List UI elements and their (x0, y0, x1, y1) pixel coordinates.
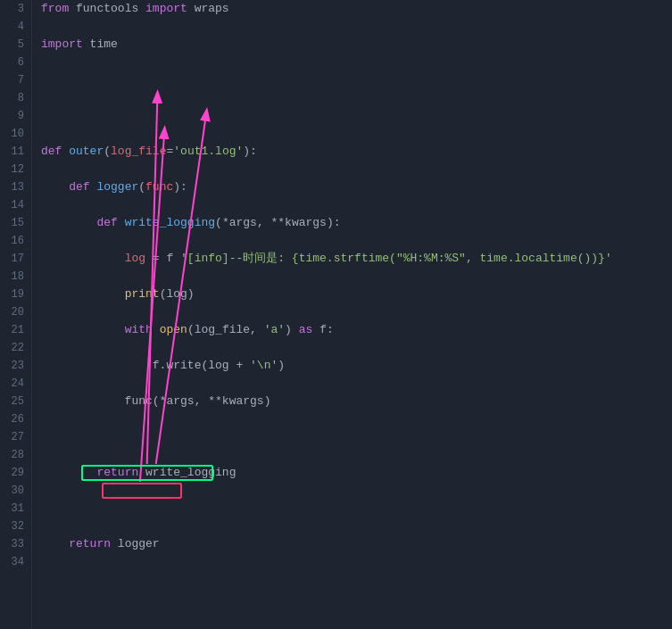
code-line: log = f '[info]--时间是: {time.strftime("%H… (41, 250, 672, 268)
code-token (41, 180, 69, 194)
code-token: as (299, 323, 313, 336)
line-number: 33 (7, 535, 24, 553)
code-token: = (145, 252, 166, 265)
code-token: func(*args, **kwargs) (41, 394, 270, 408)
code-line (41, 571, 672, 589)
line-number: 18 (7, 268, 24, 286)
code-line: def write_logging(*args, **kwargs): (41, 214, 672, 232)
code-line: def logger(func): (41, 178, 672, 196)
code-line (41, 107, 672, 125)
code-token: ( (215, 216, 222, 229)
code-token: time (83, 37, 118, 51)
code-token: logger (96, 180, 138, 194)
line-number: 16 (7, 232, 24, 250)
code-token: ( (104, 145, 111, 158)
code-line: from functools import wraps (41, 0, 672, 18)
code-line: func(*args, **kwargs) (41, 393, 672, 410)
code-token (153, 323, 160, 336)
code-token: log_file (111, 145, 166, 158)
code-token (41, 466, 96, 479)
line-number: 22 (7, 339, 24, 357)
code-line: return write_logging (41, 464, 672, 482)
code-token: (log) (160, 287, 195, 301)
code-token: (log_file, (187, 323, 264, 336)
code-line: def outer(log_file='out1.log'): (41, 143, 672, 161)
line-number: 27 (7, 428, 24, 446)
line-number: 8 (7, 89, 24, 107)
line-number: 9 (7, 107, 24, 125)
line-number: 32 (7, 517, 24, 535)
code-token: 'out1.log' (173, 145, 243, 158)
code-token: ) (278, 359, 285, 372)
code-line (41, 500, 672, 517)
code-token: print (125, 287, 160, 301)
line-number: 15 (7, 214, 24, 232)
line-number: 10 (7, 125, 24, 143)
code-token (41, 323, 125, 336)
code-token: from (41, 2, 69, 15)
code-token: open (160, 323, 187, 336)
line-number: 19 (7, 286, 24, 303)
line-number: 3 (7, 0, 24, 18)
line-number: 4 (7, 18, 24, 36)
line-number: 31 (7, 500, 24, 517)
line-number: 6 (7, 54, 24, 71)
line-number: 30 (7, 482, 24, 500)
code-token: 'a' (264, 323, 285, 336)
line-numbers: 3456789101112131415161718192021222324252… (0, 0, 32, 629)
code-token: log (125, 252, 145, 265)
code-line (41, 428, 672, 446)
code-token: f: (312, 323, 333, 336)
line-number: 7 (7, 71, 24, 89)
line-number: 14 (7, 196, 24, 214)
code-token: return (96, 466, 138, 479)
line-number: 26 (7, 410, 24, 428)
line-number: 24 (7, 375, 24, 393)
line-number: 17 (7, 250, 24, 268)
line-number: 21 (7, 321, 24, 339)
code-token: write_logging (138, 466, 236, 479)
code-token (41, 252, 125, 265)
code-token (41, 287, 125, 301)
line-number: 34 (7, 553, 24, 571)
code-token: wraps (187, 2, 229, 15)
code-line: with open(log_file, 'a') as f: (41, 321, 672, 339)
line-number: 5 (7, 36, 24, 54)
code-token: ): (173, 180, 187, 194)
line-number: 20 (7, 303, 24, 321)
line-number: 13 (7, 178, 24, 196)
code-token: *args, **kwargs): (222, 216, 341, 229)
code-token: def (41, 145, 62, 158)
code-editor: 3456789101112131415161718192021222324252… (0, 0, 672, 629)
code-token: functools (69, 2, 145, 15)
line-number: 25 (7, 393, 24, 410)
code-token: with (125, 323, 153, 336)
code-token: ) (285, 323, 299, 336)
code-token: import (145, 2, 187, 15)
code-token (41, 216, 96, 229)
code-token: def (69, 180, 89, 194)
code-line: print(log) (41, 286, 672, 303)
code-token: func (145, 180, 173, 194)
code-line: import time (41, 36, 672, 54)
code-line (41, 607, 672, 625)
code-token: import (41, 37, 83, 51)
code-token (118, 216, 125, 229)
line-number: 29 (7, 464, 24, 482)
line-number: 12 (7, 161, 24, 178)
code-line: f.write(log + '\n') (41, 357, 672, 375)
line-number: 23 (7, 357, 24, 375)
code-token: ( (138, 180, 145, 194)
code-token: ): (243, 145, 257, 158)
code-line: return logger (41, 535, 672, 553)
code-token: f.write(log + (41, 359, 250, 372)
code-area: from functools import wrapsimport timede… (32, 0, 672, 629)
code-token: '[info]--时间是: {time.strftime("%H:%M:%S",… (173, 252, 611, 265)
line-number: 28 (7, 446, 24, 464)
line-number: 11 (7, 143, 24, 161)
code-token: outer (69, 145, 104, 158)
code-token: write_logging (125, 216, 215, 229)
code-token (41, 537, 69, 550)
code-token: def (96, 216, 117, 229)
code-token: return (69, 537, 111, 550)
